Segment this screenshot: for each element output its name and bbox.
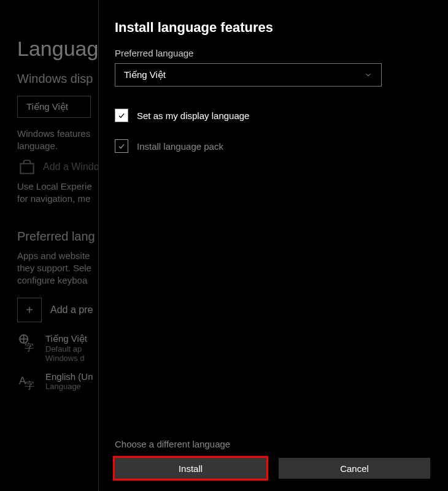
- checkbox-checked-icon[interactable]: [115, 109, 128, 122]
- chevron-down-icon: [364, 71, 373, 79]
- language-item-name: English (Un: [45, 371, 93, 382]
- svg-text:字: 字: [25, 342, 34, 352]
- checkbox-unchecked-icon[interactable]: [115, 139, 128, 153]
- lang-a-icon: A字: [17, 371, 37, 391]
- display-language-select[interactable]: Tiếng Việt: [17, 96, 91, 118]
- language-item-name: Tiếng Việt: [45, 333, 87, 344]
- dialog-title: Install language features: [115, 20, 430, 36]
- choose-different-language-link[interactable]: Choose a different language: [115, 439, 430, 449]
- language-item-sub: Language: [45, 382, 93, 391]
- plus-icon: +: [17, 298, 42, 322]
- set-display-language-label: Set as my display language: [137, 110, 249, 121]
- display-language-value: Tiếng Việt: [26, 101, 68, 112]
- preferred-language-select[interactable]: Tiếng Việt: [115, 63, 382, 87]
- install-button[interactable]: Install: [115, 458, 266, 479]
- globe-lang-icon: 字: [17, 333, 37, 353]
- store-icon: [17, 157, 37, 177]
- preferred-language-value: Tiếng Việt: [124, 69, 166, 80]
- preferred-language-label: Preferred language: [115, 48, 430, 58]
- set-display-language-row[interactable]: Set as my display language: [115, 109, 430, 122]
- add-preferred-label: Add a pre: [50, 304, 93, 315]
- cancel-button[interactable]: Cancel: [279, 458, 430, 479]
- language-item-sub: Default ap Windows d: [45, 344, 87, 363]
- install-language-pack-label: Install language pack: [137, 141, 223, 152]
- store-link-label: Add a Windo: [43, 161, 99, 172]
- install-language-pack-row[interactable]: Install language pack: [115, 139, 430, 153]
- svg-text:字: 字: [25, 381, 34, 390]
- svg-rect-0: [20, 164, 33, 174]
- install-language-features-dialog: Install language features Preferred lang…: [98, 0, 445, 491]
